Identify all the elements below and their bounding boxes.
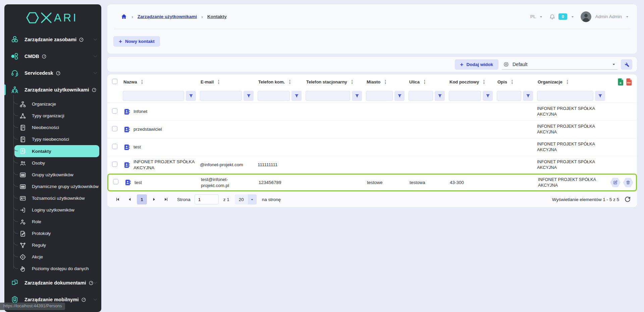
sidebar-item-nieobecnosci[interactable]: Nieobecności <box>4 122 101 133</box>
filter-button-nazwa[interactable] <box>186 91 196 101</box>
column-menu-icon[interactable]: ⋮ <box>422 79 427 84</box>
page-input[interactable] <box>195 194 219 204</box>
row-checkbox[interactable] <box>113 179 118 184</box>
breadcrumb-link-users[interactable]: Zarządzanie użytkownikami <box>138 14 197 19</box>
excel-export-icon[interactable]: X <box>618 78 624 86</box>
select-all-checkbox[interactable] <box>112 79 117 84</box>
column-menu-icon[interactable]: ⋮ <box>216 79 221 84</box>
filter-input-opis[interactable] <box>497 91 521 101</box>
sidebar-item-tozsamosci-uzytkownikow[interactable]: Tożsamości użytkowników <box>4 192 101 204</box>
chevron-down-icon[interactable] <box>539 14 543 19</box>
contact-row[interactable]: InfonetINFONET PROJEKT SPÓŁKA AKCYJNA <box>107 103 637 120</box>
user-menu[interactable]: Admin Admin <box>595 14 622 19</box>
column-header-organizacje[interactable]: Organizacje⋮ <box>537 79 609 84</box>
sidebar-item-osoby[interactable]: Osoby <box>4 157 101 169</box>
filter-input-telefon-kom[interactable] <box>258 91 290 101</box>
sidebar-item-grupy-uzytkownikow[interactable]: Grupy użytkowników <box>4 169 101 181</box>
select-all-cell <box>107 79 123 85</box>
filter-input-ulica[interactable] <box>409 91 433 101</box>
sidebar-item-akcje[interactable]: Akcje <box>4 251 101 263</box>
bell-icon[interactable] <box>549 13 555 20</box>
chevron-down-icon[interactable] <box>625 14 630 19</box>
page-number-button[interactable]: 1 <box>137 194 147 204</box>
filter-button-email[interactable] <box>244 91 254 101</box>
column-header-kod-pocztowy[interactable]: Kod pocztowy⋮ <box>449 79 497 84</box>
sidebar-item-zarzadzanie-dokumentami[interactable]: Zarządzanie dokumentami <box>4 274 101 291</box>
column-menu-icon[interactable]: ⋮ <box>140 79 144 84</box>
row-checkbox[interactable] <box>112 162 117 167</box>
view-settings-button[interactable] <box>621 59 632 70</box>
column-header-email[interactable]: E-mail⋮ <box>200 79 258 84</box>
filter-input-email[interactable] <box>200 91 242 101</box>
column-header-ulica[interactable]: Ulica⋮ <box>409 79 449 84</box>
column-header-label: Organizacje <box>538 79 562 84</box>
column-header-nazwa[interactable]: Nazwa⋮ <box>123 79 200 84</box>
add-view-button[interactable]: + Dodaj widok <box>455 59 498 70</box>
pdf-export-icon[interactable]: PDF <box>626 78 632 86</box>
sidebar-item-kontakty[interactable]: Kontakty <box>14 145 99 157</box>
column-menu-icon[interactable]: ⋮ <box>565 79 570 84</box>
contact-row[interactable]: przedstawicielINFONET PROJEKT SPÓŁKA AKC… <box>107 120 637 138</box>
refresh-button[interactable] <box>624 196 631 203</box>
sidebar-item-organizacje[interactable]: Organizacje <box>4 98 101 110</box>
column-header-telefon-kom[interactable]: Telefon kom.⋮ <box>258 79 306 84</box>
edit-row-button[interactable] <box>610 178 621 188</box>
filter-input-kod-pocztowy[interactable] <box>449 91 481 101</box>
column-menu-icon[interactable]: ⋮ <box>383 79 388 84</box>
sidebar-item-dynamiczne-grupy-uzytkownikow[interactable]: Dynamiczne grupy użytkowników <box>4 181 101 192</box>
column-header-label: Opis <box>497 79 507 84</box>
sidebar-item-zarzadzanie-uzytkownikami[interactable]: Zarządzanie użytkownikami <box>4 81 101 98</box>
sidebar-item-typy-nieobecnosci[interactable]: Typy nieobecności <box>4 133 101 145</box>
sidebar-item-zarzadzanie-zasobami[interactable]: Zarządzanie zasobami <box>4 31 101 48</box>
contact-card-icon <box>123 162 130 169</box>
contact-row[interactable]: testINFONET PROJEKT SPÓŁKA AKCYJNA <box>107 138 637 156</box>
column-menu-icon[interactable]: ⋮ <box>287 79 292 84</box>
filter-button-telefon-stacjonarny[interactable] <box>352 91 362 101</box>
chevron-down-icon[interactable] <box>570 14 575 19</box>
filter-button-telefon-kom[interactable] <box>291 91 302 101</box>
home-icon[interactable] <box>121 13 127 20</box>
chevron-down-icon <box>93 37 98 42</box>
filter-button-ulica[interactable] <box>435 91 445 101</box>
sidebar-item-servicedesk[interactable]: Servicedesk <box>4 65 101 81</box>
sidebar-item-protokoly[interactable]: Protokoły <box>4 228 101 239</box>
sidebar-item-role[interactable]: Role <box>4 216 101 228</box>
breadcrumb-separator: › <box>201 14 203 19</box>
filter-button-kod-pocztowy[interactable] <box>483 91 493 101</box>
breadcrumb-link-contacts[interactable]: Kontakty <box>207 14 227 19</box>
filter-input-organizacje[interactable] <box>537 91 593 101</box>
filter-button-opis[interactable] <box>523 91 533 101</box>
next-page-button[interactable] <box>149 194 159 204</box>
column-header-opis[interactable]: Opis⋮ <box>497 79 537 84</box>
filter-input-nazwa[interactable] <box>123 91 184 101</box>
language-selector[interactable]: PL <box>530 14 536 19</box>
view-selector[interactable]: Default <box>502 59 618 70</box>
column-menu-icon[interactable]: ⋮ <box>482 79 486 84</box>
contact-row[interactable]: testtest@infonet-projekt.com.pl123456789… <box>107 174 637 191</box>
page-size-select[interactable]: 20 <box>235 194 257 204</box>
column-header-telefon-stacjonarny[interactable]: Telefon stacjonarny⋮ <box>306 79 366 84</box>
filter-input-telefon-stacjonarny[interactable] <box>306 91 350 101</box>
sidebar-item-reguly[interactable]: Reguły <box>4 239 101 251</box>
filter-button-miasto[interactable] <box>394 91 405 101</box>
last-page-button[interactable] <box>161 194 171 204</box>
sidebar-item-loginy-uzytkownikow[interactable]: Loginy użytkowników <box>4 204 101 216</box>
filter-button-organizacje[interactable] <box>595 91 605 101</box>
first-page-button[interactable] <box>113 194 123 204</box>
row-checkbox[interactable] <box>112 144 117 149</box>
delete-row-button[interactable] <box>623 178 633 188</box>
contact-row[interactable]: INFONET PROJEKT SPÓŁKA AKCYJNA@infonet-p… <box>107 156 637 174</box>
sidebar-item-typy-organizacji[interactable]: Typy organizacji <box>4 110 101 122</box>
sidebar-item-cmdb[interactable]: CMDB <box>4 48 101 65</box>
new-contact-button[interactable]: + Nowy kontakt <box>113 36 160 47</box>
sidebar-item-poziomy-dostepu-do-danych[interactable]: Poziomy dostępu do danych <box>4 263 101 274</box>
column-header-miasto[interactable]: Miasto⋮ <box>366 79 409 84</box>
row-checkbox[interactable] <box>112 108 117 114</box>
column-menu-icon[interactable]: ⋮ <box>350 79 355 84</box>
column-menu-icon[interactable]: ⋮ <box>510 79 515 84</box>
row-checkbox[interactable] <box>112 126 117 131</box>
sidebar-item-label: Kontakty <box>32 149 51 154</box>
previous-page-button[interactable] <box>125 194 135 204</box>
filter-input-miasto[interactable] <box>366 91 393 101</box>
avatar[interactable] <box>581 11 591 22</box>
